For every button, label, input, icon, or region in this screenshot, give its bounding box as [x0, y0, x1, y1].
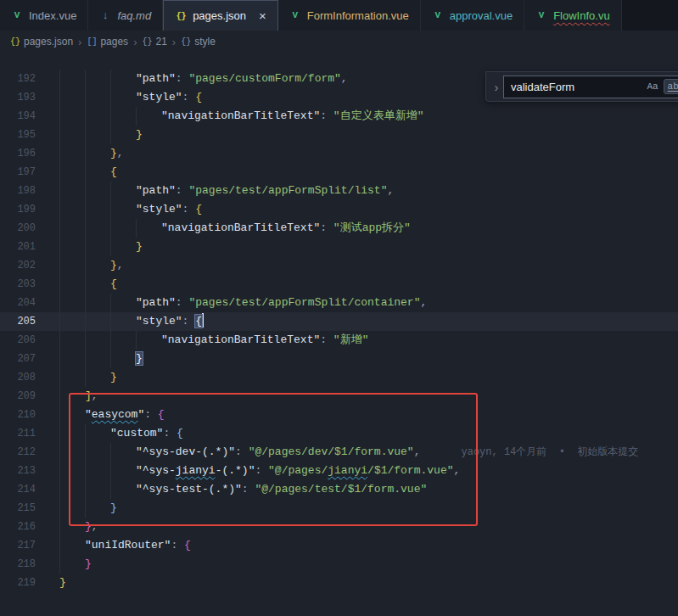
tab-approval-vue[interactable]: Vapproval.vue — [421, 0, 524, 31]
indent-guide — [59, 480, 60, 499]
code-token: "pages/test/appFormSplit/container" — [188, 296, 420, 309]
indent-guide — [59, 294, 60, 312]
code-line-195[interactable]: 195} — [0, 126, 678, 144]
tab-pages-json[interactable]: {}pages.json× — [163, 0, 278, 31]
code-token: , — [92, 389, 98, 402]
indent-guide — [85, 70, 86, 88]
tab-label: FlowInfo.vu — [553, 9, 609, 22]
code-line-215[interactable]: 215} — [0, 499, 678, 518]
code-text: { — [110, 275, 117, 294]
indent-guide — [85, 107, 86, 126]
code-token: } — [110, 371, 117, 384]
code-token: "@/pages/dev/$1/form.vue" — [249, 445, 414, 458]
code-token: } — [110, 259, 117, 272]
tab-index-vue[interactable]: VIndex.vue — [0, 0, 88, 31]
indent-guide — [110, 462, 111, 480]
code-token: : — [235, 445, 249, 458]
code-line-214[interactable]: 214"^sys-test-(.*)": "@/pages/test/$1/fo… — [0, 480, 678, 499]
code-token: "style" — [136, 203, 182, 216]
code-text: "easycom": { — [85, 406, 165, 424]
indent-guide — [59, 182, 60, 200]
indent-guide — [59, 256, 60, 275]
indent-guide — [110, 200, 111, 219]
line-number: 208 — [0, 368, 36, 387]
code-line-197[interactable]: 197{ — [0, 163, 678, 182]
code-text: "path": "pages/customForm/form", — [136, 70, 348, 88]
indent-guide — [59, 163, 60, 182]
indent-guide — [85, 144, 86, 163]
code-token: : — [176, 184, 189, 197]
code-line-199[interactable]: 199"style": { — [0, 200, 678, 219]
code-token: : — [176, 72, 189, 85]
code-line-210[interactable]: 210"easycom": { — [0, 406, 678, 424]
code-token: , — [414, 445, 421, 458]
indent-guide — [59, 350, 60, 368]
code-token: jianyi — [328, 464, 367, 477]
tab-flowinfo-vu[interactable]: VFlowInfo.vu — [524, 0, 621, 31]
code-text: "path": "pages/test/appFormSplit/contain… — [136, 294, 427, 312]
line-number: 212 — [0, 443, 36, 462]
code-line-209[interactable]: 209], — [0, 387, 678, 406]
code-token: { — [184, 539, 191, 552]
breadcrumb-item-style[interactable]: {}style — [181, 36, 216, 48]
indent-guide — [110, 126, 111, 144]
indent-guide — [110, 238, 111, 256]
code-token: : — [182, 315, 196, 328]
code-token: , — [92, 520, 98, 533]
line-number: 218 — [0, 555, 36, 574]
breadcrumb-label: pages — [100, 36, 128, 48]
find-toggle-chevron-icon[interactable]: › — [490, 80, 503, 94]
indent-guide — [85, 88, 86, 107]
breadcrumb-label: pages.json — [24, 36, 73, 48]
indent-guide — [85, 182, 86, 200]
code-line-208[interactable]: 208} — [0, 368, 678, 387]
code-token: } — [110, 501, 117, 514]
code-token: { — [177, 427, 183, 440]
indent-guide — [85, 256, 86, 275]
tab-bar: VIndex.vue↓faq.md{}pages.json×VFormInfor… — [0, 0, 678, 31]
indent-guide — [136, 219, 137, 238]
code-line-216[interactable]: 216}, — [0, 518, 678, 536]
code-line-202[interactable]: 202}, — [0, 256, 678, 275]
indent-guide — [110, 331, 111, 350]
code-line-198[interactable]: 198"path": "pages/test/appFormSplit/list… — [0, 182, 678, 200]
line-number: 202 — [0, 256, 36, 275]
breadcrumb-item-pages[interactable]: []pages — [87, 36, 128, 48]
indent-guide — [85, 312, 86, 331]
code-line-213[interactable]: 213"^sys-jianyi-(.*)": "@/pages/jianyi/$… — [0, 462, 678, 480]
code-line-218[interactable]: 218} — [0, 555, 678, 574]
tab-forminformation-vue[interactable]: VFormInformation.vue — [278, 0, 421, 31]
code-line-211[interactable]: 211"custom": { — [0, 424, 678, 443]
code-line-201[interactable]: 201} — [0, 238, 678, 256]
code-line-204[interactable]: 204"path": "pages/test/appFormSplit/cont… — [0, 294, 678, 312]
code-line-196[interactable]: 196}, — [0, 144, 678, 163]
code-line-217[interactable]: 217"uniIdRouter": { — [0, 536, 678, 555]
code-token: : — [320, 333, 333, 346]
indent-guide — [110, 219, 111, 238]
code-token: "^sys-test-(.*)" — [136, 483, 242, 496]
code-line-207[interactable]: 207} — [0, 350, 678, 368]
code-line-219[interactable]: 219} — [0, 574, 678, 592]
code-line-212[interactable]: 212"^sys-dev-(.*)": "@/pages/dev/$1/form… — [0, 443, 678, 462]
find-input[interactable]: validateForm Aa ab .* — [503, 76, 678, 98]
line-number: 197 — [0, 163, 36, 182]
line-number: 201 — [0, 238, 36, 256]
code-token: "style" — [136, 91, 182, 104]
line-number: 217 — [0, 536, 36, 555]
code-text: } — [136, 238, 143, 256]
whole-word-button[interactable]: ab — [664, 79, 678, 94]
code-line-206[interactable]: 206"navigationBarTitleText": "新增" — [0, 331, 678, 350]
indent-guide — [85, 462, 86, 480]
indent-guide — [59, 424, 60, 443]
breadcrumb-item-21[interactable]: {}21 — [142, 36, 166, 48]
code-text: }, — [85, 518, 98, 536]
code-line-200[interactable]: 200"navigationBarTitleText": "测试app拆分" — [0, 219, 678, 238]
code-line-203[interactable]: 203{ — [0, 275, 678, 294]
code-token: : — [144, 408, 158, 421]
tab-faq-md[interactable]: ↓faq.md — [88, 0, 163, 31]
code-line-205[interactable]: 205"style": { — [0, 312, 678, 331]
close-icon[interactable]: × — [259, 9, 266, 22]
match-case-button[interactable]: Aa — [643, 80, 661, 93]
breadcrumb-item-pages.json[interactable]: {}pages.json — [10, 36, 73, 48]
code-line-194[interactable]: 194"navigationBarTitleText": "自定义表单新增" — [0, 107, 678, 126]
